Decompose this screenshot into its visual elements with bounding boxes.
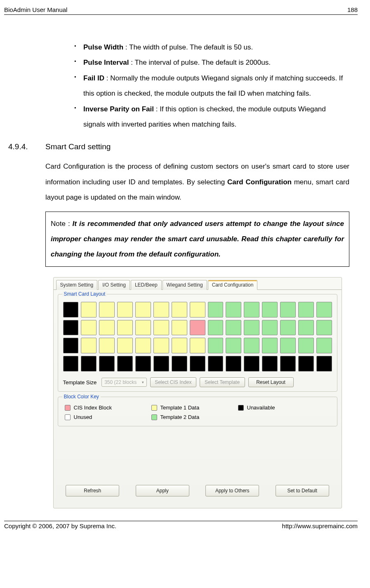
page-number: 188 [347,6,358,13]
layout-block[interactable] [316,356,332,372]
layout-block[interactable] [172,338,187,353]
set-to-default-button[interactable]: Set to Default [276,485,329,496]
layout-block[interactable] [244,356,259,372]
list-item: Fail ID : Normally the module outputs Wi… [74,71,349,101]
swatch-icon [65,414,71,420]
item-label: Inverse Parity on Fail [83,105,154,113]
block-color-key-fieldset: Block Color Key CIS Index Block Template… [58,397,337,426]
layout-block[interactable] [153,320,169,336]
layout-block[interactable] [298,302,314,318]
item-text: : The width of pulse. The default is 50 … [123,43,253,51]
layout-block[interactable] [63,302,79,318]
layout-block[interactable] [298,320,314,336]
reset-layout-button[interactable]: Reset Layout [248,377,294,387]
legend-label: Template 2 Data [160,414,200,420]
item-text: : Normally the module outputs Wiegand si… [83,74,343,97]
list-item: Inverse Parity on Fail : If this option … [74,101,349,132]
layout-block[interactable] [208,338,224,353]
template-size-label: Template Size [63,379,97,386]
layout-block[interactable] [117,338,133,353]
layout-block[interactable] [117,302,133,318]
layout-block[interactable] [135,356,151,372]
layout-block[interactable] [172,320,187,336]
item-label: Pulse Interval [83,59,129,66]
layout-block[interactable] [208,356,224,372]
layout-block[interactable] [153,302,169,318]
layout-block[interactable] [298,338,314,353]
layout-block[interactable] [208,302,224,318]
layout-block[interactable] [63,320,79,336]
layout-block[interactable] [63,356,79,372]
legend-label: Unused [74,414,92,420]
layout-block[interactable] [153,338,169,353]
copyright-text: Copyright © 2006, 2007 by Suprema Inc. [4,522,116,529]
layout-block[interactable] [99,302,115,318]
layout-block[interactable] [262,338,278,353]
apply-to-others-button[interactable]: Apply to Others [205,485,259,496]
tab-card-configuration[interactable]: Card Configuration [208,280,258,290]
refresh-button[interactable]: Refresh [66,485,119,496]
layout-block[interactable] [316,302,332,318]
layout-block[interactable] [226,338,241,353]
apply-button[interactable]: Apply [136,485,189,496]
layout-block[interactable] [298,356,314,372]
select-template-button[interactable]: Select Template [200,377,245,387]
layout-block[interactable] [316,320,332,336]
layout-block[interactable] [135,320,151,336]
layout-block[interactable] [99,356,115,372]
smart-card-layout-fieldset: Smart Card Layout Template Size 350 (22 … [58,294,337,392]
layout-block[interactable] [226,320,241,336]
legend-item: Unused [65,414,127,420]
layout-block[interactable] [81,320,97,336]
layout-block[interactable] [280,320,296,336]
note-prefix: Note : [51,220,73,228]
layout-block[interactable] [262,302,278,318]
layout-block[interactable] [63,338,79,353]
layout-block[interactable] [81,302,97,318]
layout-block[interactable] [99,320,115,336]
layout-block[interactable] [190,356,205,372]
layout-grid [62,300,333,376]
layout-block[interactable] [117,320,133,336]
layout-block[interactable] [280,302,296,318]
layout-block[interactable] [226,356,241,372]
layout-block[interactable] [244,338,259,353]
layout-block[interactable] [244,302,259,318]
layout-block[interactable] [81,338,97,353]
layout-block[interactable] [226,302,241,318]
layout-block[interactable] [135,302,151,318]
tab-led-beep[interactable]: LED/Beep [131,280,162,290]
layout-block[interactable] [117,356,133,372]
bullet-list: Pulse Width : The width of pulse. The de… [45,40,349,132]
layout-block[interactable] [280,356,296,372]
layout-block[interactable] [190,320,205,336]
layout-block[interactable] [280,338,296,353]
layout-block[interactable] [135,338,151,353]
template-size-select[interactable]: 350 (22 blocks ▾ [101,378,147,387]
tab-io-setting[interactable]: I/O Setting [98,280,130,290]
layout-block[interactable] [99,338,115,353]
layout-block[interactable] [81,356,97,372]
layout-block[interactable] [262,356,278,372]
legend-item: Template 1 Data [151,405,213,411]
swatch-icon [238,405,244,411]
select-cis-index-button[interactable]: Select CIS Index [150,377,196,387]
layout-block[interactable] [244,320,259,336]
layout-block[interactable] [172,302,187,318]
tab-wiegand-setting[interactable]: Wiegand Setting [163,280,207,290]
item-label: Fail ID [83,74,104,82]
bottom-button-row: Refresh Apply Apply to Others Set to Def… [58,431,337,501]
tab-system-setting[interactable]: System Setting [56,280,98,290]
layout-block[interactable] [316,338,332,353]
page-header: BioAdmin User Manual 188 [4,6,358,15]
section-heading: 4.9.4. Smart Card setting [4,142,349,151]
body-paragraph: Card Configuration is the process of def… [45,159,349,205]
layout-block[interactable] [208,320,224,336]
layout-block[interactable] [153,356,169,372]
layout-block[interactable] [190,302,205,318]
layout-block[interactable] [262,320,278,336]
item-label: Pulse Width [83,43,123,51]
layout-block[interactable] [172,356,187,372]
layout-block[interactable] [190,338,205,353]
swatch-icon [65,405,71,411]
